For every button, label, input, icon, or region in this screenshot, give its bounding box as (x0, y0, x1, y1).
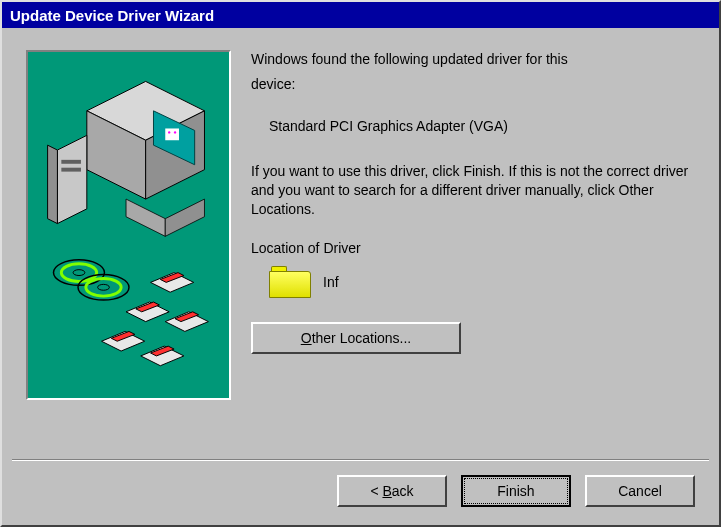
svg-rect-11 (61, 160, 81, 164)
wizard-text-panel: Windows found the following updated driv… (251, 50, 695, 447)
svg-point-18 (98, 284, 110, 290)
svg-marker-9 (57, 135, 86, 223)
finish-button[interactable]: Finish (461, 475, 571, 507)
svg-marker-8 (165, 199, 204, 236)
intro-text-line2: device: (251, 75, 695, 94)
device-name: Standard PCI Graphics Adapter (VGA) (269, 118, 695, 134)
location-label: Location of Driver (251, 240, 695, 256)
content-area: Windows found the following updated driv… (2, 28, 719, 459)
wizard-illustration-panel (26, 50, 231, 400)
svg-rect-12 (61, 168, 81, 172)
svg-point-5 (168, 131, 170, 133)
back-button[interactable]: < Back (337, 475, 447, 507)
svg-marker-10 (48, 145, 58, 223)
wizard-window: Update Device Driver Wizard (0, 0, 721, 527)
svg-point-15 (73, 270, 85, 276)
instruction-text: If you want to use this driver, click Fi… (251, 162, 695, 219)
wizard-button-row: < Back Finish Cancel (2, 475, 719, 525)
cancel-button[interactable]: Cancel (585, 475, 695, 507)
location-row: Inf (269, 266, 695, 298)
svg-marker-7 (126, 199, 165, 236)
other-locations-button[interactable]: Other Locations... (251, 322, 461, 354)
window-title: Update Device Driver Wizard (10, 7, 214, 24)
intro-text-line1: Windows found the following updated driv… (251, 50, 695, 69)
svg-point-6 (174, 131, 176, 133)
location-value: Inf (323, 274, 339, 290)
separator (12, 459, 709, 461)
titlebar: Update Device Driver Wizard (2, 2, 719, 28)
svg-rect-4 (165, 128, 179, 140)
computer-illustration-icon (28, 52, 229, 395)
folder-icon (269, 266, 311, 298)
